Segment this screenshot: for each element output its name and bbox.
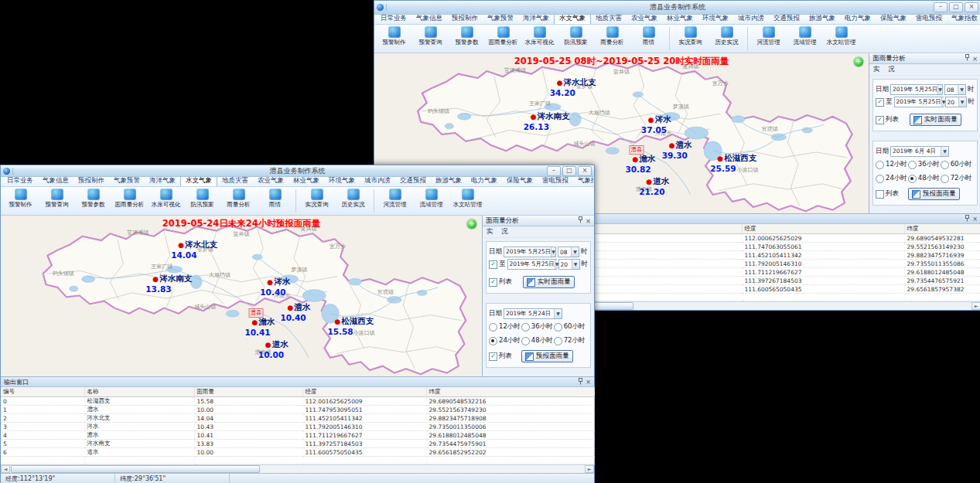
list-checkbox[interactable]: ✓ (876, 116, 884, 124)
panel-title-bar[interactable]: 面雨量分析× (483, 216, 594, 226)
column-header-经度[interactable]: 经度 (302, 387, 426, 397)
pin-icon[interactable] (578, 378, 583, 386)
table-row[interactable]: 4澹水10.41111.71121966762729.6188012485048 (1, 431, 594, 440)
forecast-rain-button[interactable]: 预报面雨量 (521, 350, 573, 362)
radio-12小时[interactable]: 12小时 (489, 322, 521, 332)
menu-tab-6[interactable]: 水文气象 (180, 177, 217, 186)
radio-72小时[interactable]: 72小时 (554, 336, 588, 345)
menu-tab-17[interactable]: 气象指数 (573, 177, 594, 186)
menu-tab-3[interactable]: 预报制作 (73, 177, 109, 186)
start-date-combo[interactable]: 2019年 5月25日▼ (504, 247, 556, 257)
menu-tab-10[interactable]: 环境气象 (324, 177, 360, 186)
start-date-combo[interactable]: 2019年 5月25日▼ (890, 84, 943, 95)
toolbar-button-历史实况[interactable]: 历史实况 (709, 26, 745, 46)
pin-icon[interactable] (965, 54, 970, 63)
radio-button[interactable] (908, 175, 917, 183)
menu-tab-17[interactable]: 气象指数 (947, 15, 980, 24)
menu-tab-16[interactable]: 雷电预报 (538, 177, 573, 186)
realtime-rain-button[interactable]: 实时面雨量 (910, 114, 961, 126)
toolbar-button-历史实况[interactable]: 历史实况 (335, 188, 371, 209)
toolbar-button-面雨量分析[interactable]: 面雨量分析 (111, 188, 148, 209)
column-header-经度[interactable]: 经度 (742, 224, 904, 234)
forecast-date-combo[interactable]: 2019年 6月 4日▼ (890, 146, 949, 157)
pin-icon[interactable] (965, 215, 970, 223)
toolbar-button-预警查询[interactable]: 预警查询 (412, 26, 449, 46)
close-button[interactable]: × (578, 166, 592, 176)
radio-button[interactable] (489, 337, 497, 345)
forecast-rain-button[interactable]: 预报面雨量 (908, 188, 960, 200)
radio-36小时[interactable]: 36小时 (908, 160, 940, 169)
forecast-date-combo[interactable]: 2019年 5月24日▼ (504, 308, 562, 319)
toolbar-button-水文站管理[interactable]: 水文站管理 (449, 188, 486, 209)
toolbar-button-流域管理[interactable]: 流域管理 (787, 26, 823, 46)
list-checkbox[interactable]: ✓ (489, 352, 497, 361)
menu-tab-15[interactable]: 保险气象 (876, 15, 911, 24)
menu-tab-3[interactable]: 预报制作 (447, 15, 483, 24)
title-bar[interactable]: | 澧县业务制作系统 – □ × (374, 1, 980, 15)
radio-button[interactable] (876, 161, 884, 169)
menu-tab-11[interactable]: 城市内涝 (733, 15, 769, 24)
map-locate-button[interactable]: + (467, 219, 476, 229)
map-locate-button[interactable]: + (854, 57, 863, 66)
start-hour-combo[interactable]: 08▼ (944, 84, 966, 95)
radio-48小时[interactable]: 48小时 (908, 174, 940, 183)
title-bar[interactable]: | 澧县业务制作系统 – □ × (1, 165, 594, 177)
menu-tab-10[interactable]: 环境气象 (698, 15, 733, 24)
radio-button[interactable] (941, 161, 949, 169)
column-header-名称[interactable]: 名称 (84, 387, 194, 397)
radio-24小时[interactable]: 24小时 (876, 174, 907, 183)
toolbar-button-预警查询[interactable]: 预警查询 (39, 188, 75, 209)
toolbar-button-防汛预案[interactable]: 防汛预案 (184, 188, 220, 209)
toolbar-button-雨量分析[interactable]: 雨量分析 (594, 26, 630, 46)
toolbar-button-河流管理[interactable]: 河流管理 (377, 188, 413, 209)
menu-tab-2[interactable]: 气象信息 (411, 15, 447, 24)
table-row[interactable]: 1澧水10.00111.74795309505129.5521563749230 (1, 406, 594, 414)
menu-tab-1[interactable]: 日常业务 (2, 177, 38, 186)
table-row[interactable]: 5涔水南支13.83111.39725718450329.73544759759… (1, 440, 594, 448)
minimize-button[interactable]: – (934, 2, 948, 12)
menu-tab-5[interactable]: 海洋气象 (518, 15, 554, 24)
menu-tab-15[interactable]: 保险气象 (502, 177, 538, 186)
toolbar-button-雨量分析[interactable]: 雨量分析 (220, 188, 257, 209)
list-checkbox[interactable]: ✓ (489, 278, 497, 287)
output-dock-title-bar[interactable]: 输出窗口× (1, 377, 594, 387)
menu-tab-2[interactable]: 气象信息 (38, 177, 73, 186)
pin-icon[interactable] (578, 216, 583, 225)
menu-tab-7[interactable]: 地质灾害 (217, 177, 253, 186)
toolbar-button-流域管理[interactable]: 流域管理 (413, 188, 449, 209)
end-hour-combo[interactable]: 20▼ (558, 259, 580, 270)
toolbar-button-预警制作[interactable]: 预警制作 (376, 26, 412, 46)
menu-tab-5[interactable]: 海洋气象 (145, 177, 180, 186)
horizontal-scrollbar[interactable]: ◄► (1, 464, 594, 473)
close-button[interactable]: × (965, 2, 978, 12)
menu-tab-1[interactable]: 日常业务 (376, 15, 411, 24)
menu-tab-12[interactable]: 交通预报 (395, 177, 431, 186)
panel-close-icon[interactable]: × (586, 217, 591, 225)
end-hour-combo[interactable]: 20▼ (945, 97, 967, 107)
toolbar-button-实况查询[interactable]: 实况查询 (672, 26, 709, 46)
menu-tab-7[interactable]: 地质灾害 (591, 15, 627, 24)
map-canvas[interactable]: 2019-05-24日未来24小时预报面雨量+甘溪滩镇码头铺镇王家厂镇金罗镇盐井… (1, 216, 482, 376)
menu-tab-13[interactable]: 旅游气象 (804, 15, 840, 24)
start-hour-combo[interactable]: 08▼ (558, 247, 579, 257)
end-date-combo[interactable]: 2019年 5月25日▼ (507, 259, 557, 270)
toolbar-button-河流管理[interactable]: 河流管理 (750, 26, 787, 46)
panel-title-bar[interactable]: 面雨量分析× (869, 53, 980, 64)
menu-tab-16[interactable]: 雷电预报 (911, 15, 947, 24)
toolbar-button-水库可视化[interactable]: 水库可视化 (521, 26, 558, 46)
radio-button[interactable] (908, 161, 917, 169)
scroll-right-arrow-icon[interactable]: ► (971, 302, 980, 310)
scroll-left-arrow-icon[interactable]: ◄ (1, 465, 10, 473)
toolbar-button-预警参数[interactable]: 预警参数 (449, 26, 485, 46)
toolbar-button-预警参数[interactable]: 预警参数 (75, 188, 111, 209)
menu-tab-11[interactable]: 城市内涝 (360, 177, 395, 186)
minimize-button[interactable]: – (547, 166, 561, 176)
column-header-编号[interactable]: 编号 (1, 387, 84, 397)
radio-36小时[interactable]: 36小时 (521, 322, 553, 332)
menu-tab-4[interactable]: 气象预警 (109, 177, 145, 186)
to-checkbox[interactable]: ✓ (489, 260, 497, 269)
table-row[interactable]: 3涔水10.43111.79200514631029.7350011350006 (1, 423, 594, 431)
toolbar-button-雨情[interactable]: 雨情 (630, 26, 667, 46)
dock-close-icon[interactable]: × (972, 216, 978, 223)
toolbar-button-面雨量分析[interactable]: 面雨量分析 (485, 26, 521, 46)
